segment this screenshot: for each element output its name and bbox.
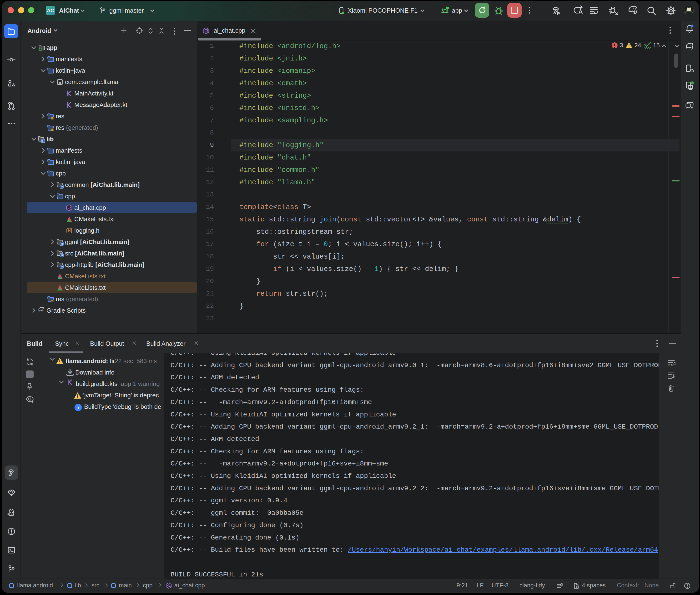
svg-text:C: C <box>204 29 207 33</box>
svg-text:C: C <box>167 584 170 588</box>
svg-text:C: C <box>68 206 70 210</box>
